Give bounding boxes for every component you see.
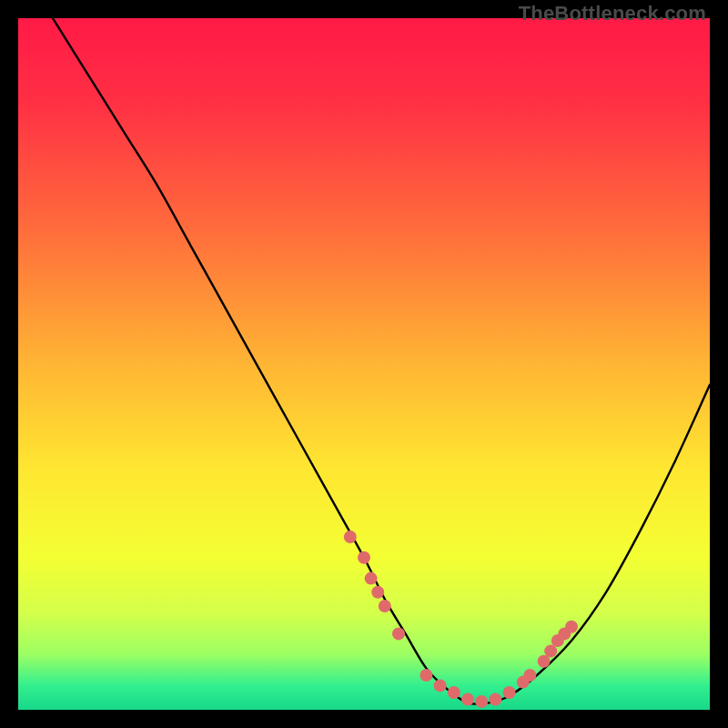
marker-dot	[392, 627, 405, 640]
marker-dot	[538, 655, 551, 668]
marker-dot	[371, 586, 384, 599]
plot-area	[18, 18, 710, 710]
marker-dot	[475, 695, 488, 708]
marker-dot	[358, 551, 370, 564]
marker-dot	[379, 600, 391, 612]
marker-dot	[461, 693, 474, 706]
marker-dot	[503, 686, 516, 699]
marker-dot	[420, 669, 432, 682]
marker-dot	[544, 644, 557, 657]
marker-dot	[344, 531, 357, 543]
chart-frame: TheBottleneck.com	[0, 0, 728, 728]
marker-dot	[489, 693, 501, 706]
marker-dot	[448, 686, 460, 699]
highlight-dots	[344, 531, 578, 708]
marker-dot	[523, 669, 536, 682]
chart-svg	[18, 18, 710, 710]
marker-dot	[365, 572, 378, 585]
watermark-text: TheBottleneck.com	[519, 2, 706, 25]
marker-dot	[565, 621, 578, 633]
marker-dot	[434, 679, 447, 692]
